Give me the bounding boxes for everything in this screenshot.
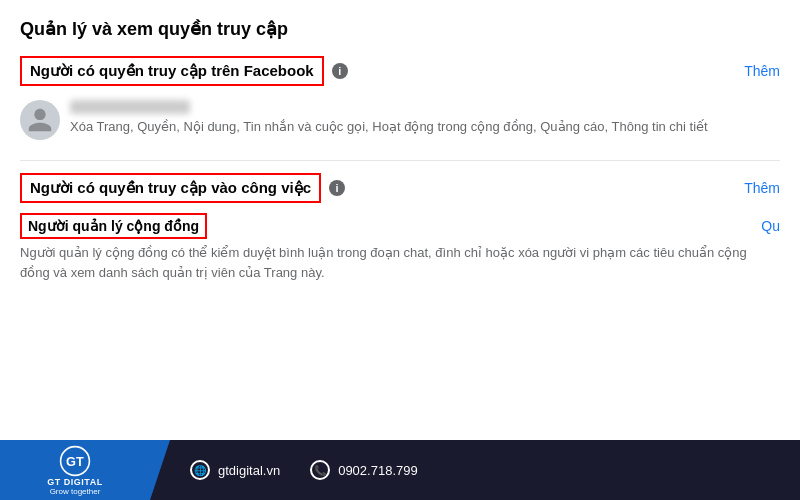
gt-logo: GT GT DIGITAL Grow together — [47, 445, 102, 496]
subsection-community-header: Người quản lý cộng đồng Qu — [20, 213, 780, 239]
section-facebook-title: Người có quyền truy cập trên Facebook — [20, 56, 324, 86]
user-permissions: Xóa Trang, Quyền, Nội dung, Tin nhắn và … — [70, 118, 780, 136]
footer-info: 🌐 gtdigital.vn 📞 0902.718.799 — [150, 460, 418, 480]
main-content: Quản lý và xem quyền truy cập Người có q… — [0, 0, 800, 440]
section-title-wrapper: Người có quyền truy cập trên Facebook i — [20, 56, 348, 86]
avatar-icon — [26, 106, 54, 134]
user-name-blur — [70, 100, 190, 114]
section-work-title: Người có quyền truy cập vào công việc — [20, 173, 321, 203]
phone-icon: 📞 — [310, 460, 330, 480]
section-work-title-wrapper: Người có quyền truy cập vào công việc i — [20, 173, 345, 203]
gt-logo-text: GT DIGITAL — [47, 477, 102, 487]
gt-logo-icon: GT — [59, 445, 91, 477]
divider-1 — [20, 160, 780, 161]
user-info: Xóa Trang, Quyền, Nội dung, Tin nhắn và … — [70, 100, 780, 136]
footer-phone: 0902.718.799 — [338, 463, 418, 478]
svg-text:GT: GT — [66, 453, 84, 468]
section-facebook-header: Người có quyền truy cập trên Facebook i … — [20, 56, 780, 86]
section-facebook: Người có quyền truy cập trên Facebook i … — [20, 56, 780, 144]
footer: GT GT DIGITAL Grow together 🌐 gtdigital.… — [0, 440, 800, 500]
footer-phone-item: 📞 0902.718.799 — [310, 460, 418, 480]
user-row: Xóa Trang, Quyền, Nội dung, Tin nhắn và … — [20, 96, 780, 144]
avatar — [20, 100, 60, 140]
section-work-header: Người có quyền truy cập vào công việc i … — [20, 173, 780, 203]
work-them-link[interactable]: Thêm — [744, 180, 780, 196]
community-desc: Người quản lý cộng đồng có thể kiểm duyệ… — [20, 243, 780, 282]
gt-logo-sub: Grow together — [50, 487, 101, 496]
community-qu-link[interactable]: Qu — [761, 218, 780, 234]
page-title: Quản lý và xem quyền truy cập — [20, 18, 780, 40]
globe-icon: 🌐 — [190, 460, 210, 480]
footer-website: gtdigital.vn — [218, 463, 280, 478]
footer-website-item: 🌐 gtdigital.vn — [190, 460, 280, 480]
facebook-info-icon[interactable]: i — [332, 63, 348, 79]
section-work: Người có quyền truy cập vào công việc i … — [20, 173, 780, 282]
facebook-them-link[interactable]: Thêm — [744, 63, 780, 79]
footer-logo-section: GT GT DIGITAL Grow together — [0, 440, 150, 500]
work-info-icon[interactable]: i — [329, 180, 345, 196]
subsection-community: Người quản lý cộng đồng Qu Người quản lý… — [20, 213, 780, 282]
community-title: Người quản lý cộng đồng — [20, 213, 207, 239]
